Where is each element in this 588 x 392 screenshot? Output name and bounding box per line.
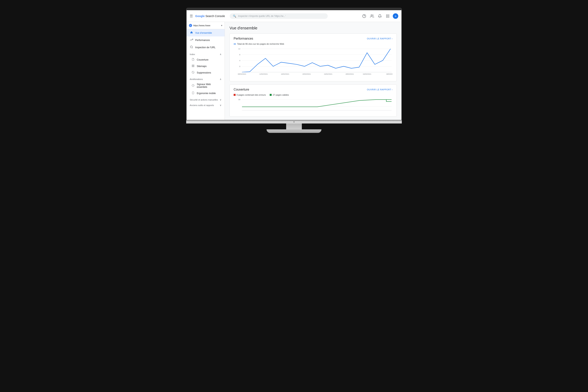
mobile-icon — [191, 92, 195, 95]
property-icon: C — [189, 24, 192, 27]
svg-text:30: 30 — [238, 98, 240, 100]
monitor-stand-neck — [286, 124, 302, 129]
svg-text:4: 4 — [239, 60, 240, 62]
svg-text:16/02/2021: 16/02/2021 — [281, 73, 289, 75]
header-actions: a — [362, 13, 398, 19]
property-selector[interactable]: C https://www.//wwe ▾ — [186, 22, 224, 29]
svg-rect-16 — [193, 66, 194, 67]
svg-rect-7 — [387, 16, 388, 16]
sidebar-label-inspection-url: Inspection de l'URL — [195, 46, 216, 49]
performances-open-report-button[interactable]: OUVRIR LE RAPPORT › — [367, 38, 392, 40]
sidebar-item-inspection-url[interactable]: Inspection de l'URL — [186, 44, 224, 51]
section-label-index: Index — [190, 53, 195, 56]
section-label-anciens-outils: Anciens outils et rapports — [190, 104, 214, 106]
apps-button[interactable] — [385, 13, 390, 19]
sidebar-label-sitemaps: Sitemaps — [197, 65, 206, 68]
sidebar-item-performances[interactable]: Performances — [186, 36, 224, 44]
valid-legend-item: 27 pages valides — [270, 94, 289, 96]
monitor-camera-dot — [294, 121, 294, 122]
svg-rect-21 — [192, 92, 194, 94]
notifications-button[interactable] — [377, 13, 382, 19]
sidebar-label-signaux-web: Signaux Web essentiels — [197, 83, 222, 88]
property-dropdown-arrow: ▾ — [221, 24, 222, 27]
section-header-anciens-outils[interactable]: Anciens outils et rapports ∨ — [186, 102, 224, 108]
sitemaps-icon — [191, 64, 195, 68]
performances-card: Performances OUVRIR LE RAPPORT › Total d… — [230, 34, 397, 81]
monitor-screen: ☰ Google Search Console 🔍 Inspecter n'im… — [186, 8, 402, 120]
trending-icon — [190, 38, 193, 42]
performances-legend-text: Total de 96 clics sur les pages de reche… — [237, 43, 284, 45]
svg-line-13 — [192, 48, 193, 48]
svg-rect-15 — [193, 65, 194, 66]
couverture-legend: 0 pages contenant des erreurs 27 pages v… — [234, 94, 392, 96]
svg-line-19 — [192, 72, 194, 73]
sidebar-item-vue-ensemble[interactable]: Vue d'ensemble — [186, 29, 224, 36]
property-url: https://www.//wwe — [193, 24, 220, 27]
couverture-open-report-button[interactable]: OUVRIR LE RAPPORT › — [367, 88, 392, 91]
valid-legend-color — [270, 94, 272, 96]
search-icon: 🔍 — [233, 14, 236, 18]
help-button[interactable] — [362, 13, 367, 19]
sidebar-label-couverture: Couverture — [197, 58, 208, 61]
monitor-wrapper: ☰ Google Search Console 🔍 Inspecter n'im… — [186, 8, 402, 133]
svg-text:24/02/2021: 24/02/2021 — [324, 73, 332, 75]
errors-legend-item: 0 pages contenant des erreurs — [234, 94, 266, 96]
svg-text:20/02/2021: 20/02/2021 — [302, 73, 311, 75]
svg-text:12/02/2021: 12/02/2021 — [259, 73, 268, 75]
svg-text:08/03/2021: 08/03/2021 — [386, 73, 392, 75]
gsc-header: ☰ Google Search Console 🔍 Inspecter n'im… — [186, 10, 402, 22]
search-bar[interactable]: 🔍 Inspecter n'importe quelle URL de 'htt… — [230, 13, 328, 19]
sidebar-item-suppressions[interactable]: Suppressions — [186, 70, 224, 76]
section-header-index[interactable]: Index ∧ — [186, 51, 224, 56]
gsc-app: ☰ Google Search Console 🔍 Inspecter n'im… — [186, 10, 402, 120]
couverture-card-header: Couverture OUVRIR LE RAPPORT › — [234, 88, 392, 91]
couverture-chart-svg: 30 — [234, 98, 392, 113]
monitor-chin — [186, 120, 402, 124]
section-header-securite[interactable]: Sécurité et actions manuelles ∨ — [186, 96, 224, 102]
couverture-card: Couverture OUVRIR LE RAPPORT › 0 pages c… — [230, 84, 397, 116]
gsc-main: Vue d'ensemble Performances OUVRIR LE RA… — [225, 22, 402, 120]
sidebar-item-sitemaps[interactable]: Sitemaps — [186, 63, 224, 70]
section-header-ameliorations[interactable]: Améliorations ∧ — [186, 76, 224, 81]
search-placeholder: Inspecter n'importe quelle URL de 'https… — [238, 15, 286, 18]
svg-text:0: 0 — [239, 65, 240, 68]
performances-card-header: Performances OUVRIR LE RAPPORT › — [234, 37, 392, 40]
hamburger-icon[interactable]: ☰ — [190, 14, 193, 18]
sidebar-label-suppressions: Suppressions — [197, 71, 211, 74]
performances-legend-dot — [234, 44, 236, 44]
user-avatar[interactable]: a — [393, 13, 398, 19]
browser-bar — [186, 8, 402, 10]
svg-text:8: 8 — [239, 54, 240, 56]
logo-text: Google Search Console — [195, 14, 225, 18]
sidebar-item-couverture[interactable]: Couverture — [186, 56, 224, 63]
svg-text:28/02/2021: 28/02/2021 — [346, 73, 354, 75]
performances-chart-svg: 12 8 4 0 08/02/2021 12/02/2021 — [234, 47, 392, 78]
svg-rect-8 — [388, 16, 389, 16]
page-title: Vue d'ensemble — [230, 26, 397, 30]
suppressions-icon — [191, 71, 195, 74]
sidebar-label-ergonomie-mobile: Ergonomie mobile — [197, 92, 216, 95]
errors-legend-color — [234, 94, 236, 96]
svg-point-12 — [190, 46, 192, 48]
gsc-body: C https://www.//wwe ▾ Vue d'ensemble — [186, 22, 402, 120]
svg-rect-5 — [388, 14, 389, 15]
section-arrow-securite: ∨ — [220, 98, 222, 101]
svg-text:08/02/2021: 08/02/2021 — [238, 73, 246, 75]
signaux-icon — [191, 84, 195, 88]
sidebar-item-ergonomie-mobile[interactable]: Ergonomie mobile — [186, 90, 224, 96]
svg-rect-10 — [387, 17, 388, 18]
svg-text:04/03/2021: 04/03/2021 — [363, 73, 371, 75]
section-arrow-anciens-outils: ∨ — [220, 104, 222, 106]
svg-rect-4 — [387, 14, 388, 15]
account-button[interactable] — [369, 13, 375, 19]
sidebar-item-signaux-web[interactable]: Signaux Web essentiels — [186, 81, 224, 90]
couverture-card-title: Couverture — [234, 88, 249, 91]
section-arrow-ameliorations: ∧ — [220, 78, 222, 80]
errors-legend-label: 0 pages contenant des erreurs — [236, 94, 266, 96]
sidebar-label-vue-ensemble: Vue d'ensemble — [195, 32, 212, 34]
section-label-securite: Sécurité et actions manuelles — [190, 98, 218, 101]
monitor-stand-base — [266, 129, 322, 133]
svg-text:12: 12 — [238, 48, 240, 50]
svg-rect-6 — [386, 16, 387, 16]
section-arrow-index: ∧ — [220, 53, 222, 56]
